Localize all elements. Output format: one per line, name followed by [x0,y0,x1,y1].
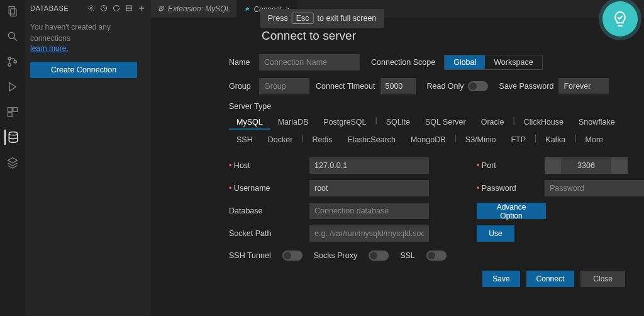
history-icon[interactable] [99,4,108,13]
username-label: Username [229,184,304,193]
esc-key: Esc [292,13,314,24]
database-input[interactable] [309,203,429,219]
panel-toolbar [87,4,146,13]
svg-rect-8 [13,108,18,112]
run-debug-icon[interactable] [5,79,20,94]
source-control-icon[interactable] [5,54,20,69]
socket-label: Socket Path [229,229,304,238]
server-type-docker[interactable]: Docker [260,133,301,146]
database-icon[interactable] [4,130,19,145]
no-connections-text: You haven't created any connections [30,21,146,44]
ssh-toggle[interactable] [282,251,303,261]
username-input[interactable] [309,180,429,196]
files-icon[interactable] [5,4,20,19]
svg-line-3 [14,38,17,41]
fullscreen-toast: Press Esc to exit full screen [260,9,384,28]
tab-label: Extension: MySQL [168,4,230,13]
connect-icon: ✶ [243,5,250,14]
brand-badge-icon [602,1,638,37]
extensions-icon[interactable] [5,104,20,120]
advance-option-button[interactable]: Advance Option [477,203,546,219]
stepper-up-icon[interactable] [611,157,628,174]
group-input[interactable] [259,78,309,94]
add-icon[interactable] [137,4,146,13]
password-input[interactable] [545,180,644,196]
settings-icon: ⚙ [157,4,164,13]
server-type-ftp[interactable]: FTP [503,133,533,146]
server-type-row2: SSHDocker|RedisElasticSearchMongoDB|S3/M… [229,133,644,146]
svg-point-10 [9,132,17,135]
server-type-oracle[interactable]: Oracle [474,116,512,130]
group-label: Group [229,82,259,91]
use-button[interactable]: Use [477,225,514,242]
server-type-mysql[interactable]: MySQL [229,116,270,130]
divider: | [374,116,378,130]
port-input[interactable] [561,157,611,174]
socks-toggle[interactable] [369,251,389,261]
name-input[interactable] [259,54,360,71]
connect-button[interactable]: Connect [526,271,575,287]
divider: | [512,116,516,130]
stepper-down-icon[interactable] [545,157,561,174]
editor-tabs: ⚙ Extension: MySQL ✶ Connect × [151,0,644,18]
svg-point-11 [91,8,92,9]
activity-bar [0,0,25,316]
divider: | [533,133,538,146]
svg-rect-1 [11,9,16,16]
server-type-mongodb[interactable]: MongoDB [403,133,453,146]
toast-rest: to exit full screen [318,14,377,23]
password-label: Password [477,184,540,193]
save-button[interactable]: Save [482,271,519,287]
collapse-icon[interactable] [125,4,133,13]
toast-press: Press [268,14,288,23]
search-icon[interactable] [5,29,20,44]
server-type-snowflake[interactable]: Snowflake [571,116,623,130]
create-connection-button[interactable]: Create Connection [30,62,137,78]
savepw-label: Save Password [499,82,554,91]
readonly-toggle[interactable] [468,81,488,91]
scope-label: Connection Scope [371,58,435,67]
scope-global-button[interactable]: Global [445,55,485,69]
page-title: Connect to server [262,29,644,43]
learn-more-link[interactable]: learn more. [30,44,69,53]
gear-icon[interactable] [87,4,96,13]
server-type-sqlserver[interactable]: SQL Server [418,116,474,130]
database-label: Database [229,206,304,215]
server-type-elasticsearch[interactable]: ElasticSearch [340,133,403,146]
tab-extension-mysql[interactable]: ⚙ Extension: MySQL [151,0,237,18]
server-type-sqlite[interactable]: SQLite [379,116,418,130]
timeout-input[interactable] [380,78,416,94]
server-type-mariadb[interactable]: MariaDB [270,116,316,130]
host-input[interactable] [309,157,429,174]
svg-point-5 [8,64,11,66]
socket-input[interactable] [309,225,429,242]
server-type-s3minio[interactable]: S3/Minio [458,133,504,146]
connect-form: Connect to server Name Connection Scope … [151,18,644,316]
close-button[interactable]: Close [580,271,625,287]
port-stepper[interactable] [545,157,644,174]
server-type-redis[interactable]: Redis [305,133,340,146]
server-type-ssh[interactable]: SSH [229,133,260,146]
svg-point-2 [8,32,14,38]
divider: | [573,133,577,146]
server-type-row1: MySQLMariaDBPostgreSQL|SQLiteSQL ServerO… [229,116,644,130]
svg-rect-0 [9,7,14,14]
port-label: Port [477,161,540,170]
server-type-kafka[interactable]: Kafka [538,133,573,146]
ssl-toggle[interactable] [426,251,447,261]
name-label: Name [229,58,259,67]
layers-icon[interactable] [5,155,20,170]
timeout-label: Connect Timeout [316,82,375,91]
host-label: Host [229,161,304,170]
server-type-more[interactable]: More [578,133,611,146]
savepw-select[interactable] [558,78,609,94]
divider: | [300,133,304,146]
server-type-postgresql[interactable]: PostgreSQL [316,116,374,130]
server-type-clickhouse[interactable]: ClickHouse [516,116,571,130]
side-panel: DATABASE You haven't created any connect… [25,0,151,316]
scope-toggle: Global Workspace [444,55,542,70]
divider: | [453,133,458,146]
svg-rect-9 [8,113,13,117]
scope-workspace-button[interactable]: Workspace [485,55,541,69]
refresh-icon[interactable] [112,4,121,13]
